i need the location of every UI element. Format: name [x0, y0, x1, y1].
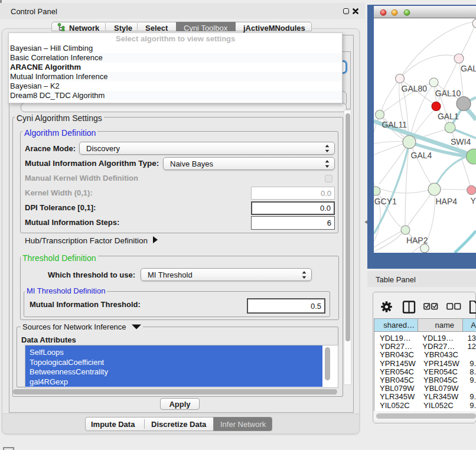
svg-text:GAL1: GAL1 — [438, 112, 459, 121]
svg-text:GCY1: GCY1 — [374, 197, 397, 206]
svg-text:GAL: GAL — [461, 64, 476, 73]
svg-text:GAL11: GAL11 — [382, 120, 407, 129]
svg-text:Y: Y — [471, 196, 476, 206]
svg-text:SWI4: SWI4 — [451, 137, 471, 146]
svg-text:GAL10: GAL10 — [435, 89, 461, 98]
svg-text:GAL80: GAL80 — [402, 84, 428, 93]
svg-text:HAP4: HAP4 — [436, 197, 458, 206]
svg-text:GAL4: GAL4 — [411, 151, 432, 160]
svg-text:HAP2: HAP2 — [406, 236, 428, 245]
